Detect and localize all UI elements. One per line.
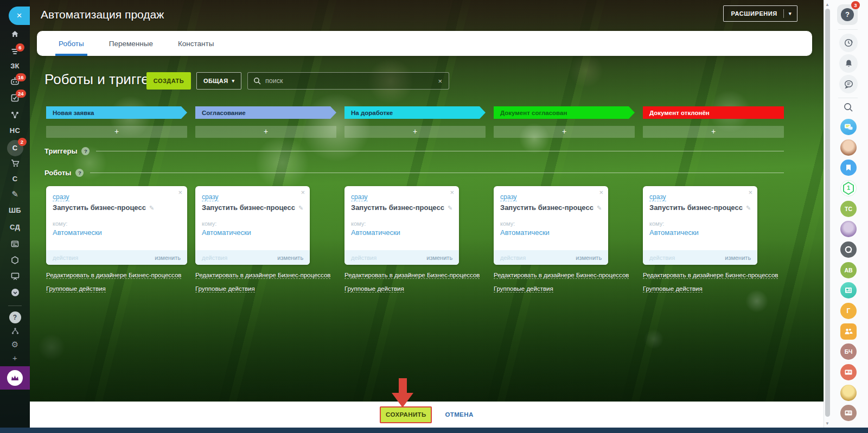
- create-button[interactable]: СОЗДАТЬ: [146, 72, 191, 90]
- robot-to-value-link[interactable]: Автоматически: [53, 228, 102, 237]
- designer-link[interactable]: Редактировать в дизайнере Бизнес-процесс…: [46, 272, 181, 279]
- group-chat-item[interactable]: [838, 323, 859, 340]
- stage-rework[interactable]: На доработке: [344, 106, 486, 119]
- robot-edit-button[interactable]: изменить: [426, 254, 452, 261]
- robot-to-value-link[interactable]: Автоматически: [202, 228, 251, 237]
- edit-pencil-icon[interactable]: ✎: [597, 205, 602, 212]
- news-channel-item[interactable]: [838, 282, 859, 298]
- sidebar-item-presentation[interactable]: [0, 272, 30, 281]
- designer-link[interactable]: Редактировать в дизайнере Бизнес-процесс…: [344, 272, 480, 279]
- saved-messages-item[interactable]: [838, 160, 859, 176]
- robot-when-link[interactable]: сразу: [351, 193, 368, 201]
- search-sidebar-button[interactable]: [838, 102, 859, 115]
- sidebar-item-robots[interactable]: 16: [0, 77, 30, 86]
- add-robot-button[interactable]: +: [494, 126, 635, 138]
- robot-edit-button[interactable]: изменить: [277, 254, 303, 261]
- sidebar-item-feed[interactable]: 6: [0, 47, 30, 55]
- sidebar-item-sd[interactable]: СД: [0, 223, 30, 231]
- extensions-button[interactable]: РАСШИРЕНИЯ ▾: [723, 5, 798, 22]
- hexagon-chat-item[interactable]: 1: [838, 180, 859, 196]
- app-q-item[interactable]: [838, 241, 859, 258]
- chat-g-item[interactable]: Г: [838, 303, 859, 319]
- stage-new-request[interactable]: Новая заявка: [46, 106, 187, 119]
- robot-edit-button[interactable]: изменить: [155, 254, 181, 261]
- robot-actions-button[interactable]: действия: [500, 254, 526, 261]
- contact-avatar[interactable]: [838, 221, 859, 237]
- cancel-button[interactable]: ОТМЕНА: [445, 411, 473, 418]
- tab-constants[interactable]: Константы: [178, 31, 214, 56]
- robot-edit-button[interactable]: изменить: [725, 254, 751, 261]
- robot-when-link[interactable]: сразу: [649, 193, 666, 201]
- sidebar-item-settings[interactable]: ⚙: [0, 340, 30, 349]
- robot-actions-button[interactable]: действия: [202, 254, 227, 261]
- edit-pencil-icon[interactable]: ✎: [746, 205, 751, 212]
- crm-contact-item[interactable]: [838, 364, 859, 380]
- group-actions-link[interactable]: Групповые действия: [643, 285, 703, 292]
- crm-contact-item[interactable]: [838, 405, 859, 421]
- add-robot-button[interactable]: +: [344, 126, 486, 138]
- close-icon[interactable]: ×: [178, 188, 182, 196]
- sidebar-item-add[interactable]: +: [0, 353, 30, 362]
- chat-recent-item[interactable]: [838, 119, 859, 135]
- sidebar-item-sites[interactable]: [0, 256, 30, 265]
- close-icon[interactable]: ×: [301, 188, 305, 196]
- scroll-up-icon[interactable]: ▲: [825, 2, 829, 7]
- stage-approved[interactable]: Документ согласован: [494, 106, 635, 119]
- robot-to-value-link[interactable]: Автоматически: [649, 228, 699, 237]
- edit-pencil-icon[interactable]: ✎: [298, 205, 303, 212]
- robot-when-link[interactable]: сразу: [500, 193, 517, 201]
- sidebar-item-sign[interactable]: ✎: [0, 189, 30, 199]
- save-button[interactable]: СОХРАНИТЬ: [380, 406, 432, 423]
- robot-actions-button[interactable]: действия: [53, 254, 78, 261]
- sidebar-item-tasks[interactable]: 24: [0, 93, 30, 103]
- notifications-button[interactable]: [838, 54, 859, 73]
- chat-bch-item[interactable]: БЧ: [838, 343, 859, 360]
- sidebar-item-c[interactable]: С: [0, 175, 30, 183]
- designer-link[interactable]: Редактировать в дизайнере Бизнес-процесс…: [643, 272, 778, 279]
- sidebar-item-home[interactable]: [0, 30, 30, 39]
- sidebar-item-more[interactable]: [0, 288, 30, 297]
- robot-to-value-link[interactable]: Автоматически: [500, 228, 550, 237]
- tab-robots[interactable]: Роботы: [59, 31, 84, 56]
- sidebar-item-structure[interactable]: [0, 327, 30, 335]
- contact-avatar[interactable]: [838, 139, 859, 156]
- sidebar-item-market[interactable]: [0, 366, 30, 390]
- sidebar-item-ns[interactable]: НС: [0, 126, 30, 135]
- contact-avatar[interactable]: [838, 385, 859, 401]
- close-slider-button[interactable]: ×: [9, 7, 30, 25]
- stage-rejected[interactable]: Документ отклонён: [643, 106, 784, 119]
- messenger-button[interactable]: [838, 75, 859, 93]
- robot-actions-button[interactable]: действия: [649, 254, 675, 261]
- scrollbar-thumb[interactable]: [825, 9, 830, 417]
- group-actions-link[interactable]: Групповые действия: [195, 285, 255, 292]
- clear-search-icon[interactable]: ×: [437, 77, 443, 85]
- filter-dropdown[interactable]: ОБЩАЯ ▾: [196, 72, 241, 90]
- help-icon[interactable]: ?: [75, 169, 84, 177]
- search-input[interactable]: [265, 77, 437, 85]
- close-icon[interactable]: ×: [749, 188, 753, 196]
- edit-pencil-icon[interactable]: ✎: [149, 205, 154, 212]
- chat-tc-item[interactable]: TC: [838, 201, 859, 217]
- designer-link[interactable]: Редактировать в дизайнере Бизнес-процесс…: [195, 272, 330, 279]
- close-icon[interactable]: ×: [450, 188, 455, 196]
- robot-to-value-link[interactable]: Автоматически: [351, 228, 400, 237]
- add-robot-button[interactable]: +: [46, 126, 187, 138]
- sidebar-item-help[interactable]: ?: [0, 311, 30, 323]
- designer-link[interactable]: Редактировать в дизайнере Бизнес-процесс…: [494, 272, 629, 279]
- sidebar-item-network[interactable]: [0, 111, 30, 119]
- chat-av-item[interactable]: АВ: [838, 262, 859, 278]
- sidebar-item-zk[interactable]: ЗК: [0, 62, 30, 70]
- sidebar-item-store[interactable]: [0, 159, 30, 168]
- scroll-down-icon[interactable]: ▼: [825, 421, 829, 426]
- tab-variables[interactable]: Переменные: [109, 31, 153, 56]
- sidebar-item-shb[interactable]: ШБ: [0, 206, 30, 214]
- group-actions-link[interactable]: Групповые действия: [494, 285, 553, 292]
- robot-when-link[interactable]: сразу: [53, 193, 69, 201]
- close-icon[interactable]: ×: [599, 188, 604, 196]
- robot-edit-button[interactable]: изменить: [576, 254, 602, 261]
- robot-actions-button[interactable]: действия: [351, 254, 376, 261]
- robot-when-link[interactable]: сразу: [202, 193, 219, 201]
- group-actions-link[interactable]: Групповые действия: [344, 285, 404, 292]
- stage-approval[interactable]: Согласование: [195, 106, 336, 119]
- edit-pencil-icon[interactable]: ✎: [448, 205, 452, 212]
